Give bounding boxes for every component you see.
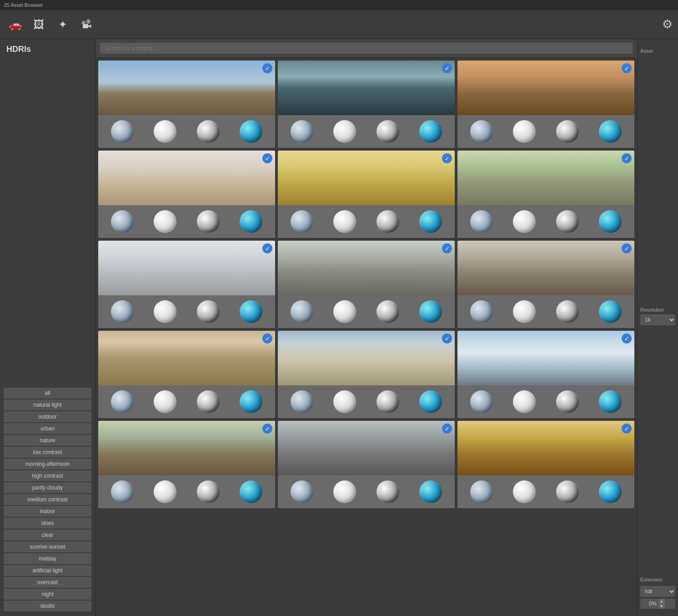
- hdri-card[interactable]: ✓: [278, 151, 455, 238]
- sidebar-item-artificial-light[interactable]: artificial light: [4, 565, 91, 576]
- sphere-white-sphere: [154, 300, 176, 323]
- search-bar: [95, 39, 637, 58]
- sphere-blue-sphere: [599, 210, 622, 233]
- card-checkmark[interactable]: ✓: [262, 63, 272, 73]
- sphere-glass-sphere: [291, 210, 313, 233]
- hdri-card[interactable]: ✓: [278, 241, 455, 328]
- sidebar-item-high-contrast[interactable]: high contrast: [4, 470, 91, 481]
- sphere-blue-sphere: [240, 210, 262, 233]
- card-checkmark[interactable]: ✓: [622, 153, 632, 163]
- percent-up[interactable]: ▲: [658, 599, 665, 604]
- card-spheres: [457, 115, 634, 148]
- extension-select[interactable]: hdr exr: [640, 586, 675, 597]
- sidebar-item-nature[interactable]: nature: [4, 435, 91, 446]
- hdri-card[interactable]: ✓: [98, 421, 275, 508]
- sidebar-item-sunrise-sunset[interactable]: sunrise-sunset: [4, 541, 91, 552]
- hdri-card[interactable]: ✓: [98, 331, 275, 418]
- card-checkmark[interactable]: ✓: [262, 153, 272, 163]
- card-checkmark[interactable]: ✓: [442, 243, 452, 253]
- sphere-blue-sphere: [419, 210, 442, 233]
- card-checkmark[interactable]: ✓: [442, 63, 452, 73]
- resolution-select[interactable]: 1k 2k 4k 8k: [640, 314, 675, 325]
- card-image: ✓: [278, 421, 455, 475]
- sidebar-item-skies[interactable]: skies: [4, 518, 91, 529]
- sidebar-title: HDRIs: [0, 39, 95, 58]
- sphere-white-sphere: [513, 300, 536, 323]
- sidebar-item-indoor[interactable]: indoor: [4, 506, 91, 517]
- card-checkmark[interactable]: ✓: [622, 333, 632, 343]
- card-spheres: [457, 475, 634, 508]
- sphere-white-sphere: [154, 480, 176, 503]
- sidebar-item-urban[interactable]: urban: [4, 423, 91, 434]
- film-icon[interactable]: 📽: [76, 15, 96, 35]
- sidebar-item-medium-contrast[interactable]: medium contrast: [4, 494, 91, 505]
- sidebar-item-morning-afternoon[interactable]: morning-afternoon: [4, 459, 91, 470]
- card-spheres: [457, 295, 634, 328]
- sphere-glass-sphere: [111, 390, 134, 413]
- percent-down[interactable]: ▼: [658, 604, 665, 609]
- gear-icon[interactable]: ⚙: [662, 17, 673, 31]
- hdri-card[interactable]: ✓: [98, 151, 275, 238]
- card-image: ✓: [98, 151, 275, 205]
- hdri-card[interactable]: ✓: [457, 241, 634, 328]
- hdri-card[interactable]: ✓: [457, 61, 634, 148]
- sidebar-item-night[interactable]: night: [4, 589, 91, 600]
- sphere-blue-sphere: [419, 300, 442, 323]
- search-input[interactable]: [100, 43, 633, 54]
- sidebar-item-overcast[interactable]: overcast: [4, 577, 91, 588]
- grid-scroll[interactable]: ✓✓✓✓✓✓✓✓✓✓✓✓✓✓✓: [95, 58, 637, 616]
- card-spheres: [98, 385, 275, 418]
- card-checkmark[interactable]: ✓: [622, 243, 632, 253]
- sidebar-item-clear[interactable]: clear: [4, 530, 91, 540]
- card-spheres: [98, 295, 275, 328]
- hdri-card[interactable]: ✓: [98, 61, 275, 148]
- sidebar-item-low-contrast[interactable]: low contrast: [4, 447, 91, 458]
- grid-row: ✓✓✓: [98, 241, 634, 328]
- sphere-chrome-sphere: [197, 480, 220, 503]
- percent-input[interactable]: [640, 599, 658, 608]
- card-checkmark[interactable]: ✓: [442, 424, 452, 434]
- sphere-glass-sphere: [291, 300, 313, 323]
- hdri-card[interactable]: ✓: [278, 61, 455, 148]
- card-checkmark[interactable]: ✓: [442, 333, 452, 343]
- card-checkmark[interactable]: ✓: [622, 424, 632, 434]
- card-image: ✓: [457, 241, 634, 295]
- card-image: ✓: [457, 61, 634, 115]
- hdri-card[interactable]: ✓: [457, 151, 634, 238]
- card-checkmark[interactable]: ✓: [622, 63, 632, 73]
- hdri-card[interactable]: ✓: [457, 421, 634, 508]
- content-area: ✓✓✓✓✓✓✓✓✓✓✓✓✓✓✓ Asset Resolution 1k 2k 4…: [95, 39, 678, 616]
- sphere-white-sphere: [333, 120, 356, 143]
- sidebar-item-partly-cloudy[interactable]: partly cloudy: [4, 482, 91, 493]
- sphere-chrome-sphere: [556, 300, 579, 323]
- light-icon[interactable]: ✦: [53, 15, 73, 35]
- hdri-card[interactable]: ✓: [278, 421, 455, 508]
- car-icon[interactable]: 🚗: [5, 15, 25, 35]
- card-spheres: [278, 475, 455, 508]
- sidebar-item-outdoor[interactable]: outdoor: [4, 411, 91, 422]
- toolbar-left: 🚗 🖼 ✦ 📽: [5, 15, 96, 35]
- card-image: ✓: [278, 331, 455, 385]
- hdri-card[interactable]: ✓: [278, 331, 455, 418]
- toolbar: 🚗 🖼 ✦ 📽 ⚙: [0, 10, 678, 39]
- hdri-card[interactable]: ✓: [457, 331, 634, 418]
- grid-row: ✓✓✓: [98, 151, 634, 238]
- card-checkmark[interactable]: ✓: [262, 424, 272, 434]
- sidebar-item-natural-light[interactable]: natural light: [4, 399, 91, 410]
- sphere-white-sphere: [513, 210, 536, 233]
- sidebar-item-all[interactable]: all: [4, 388, 91, 399]
- sidebar-item-studio[interactable]: studio: [4, 601, 91, 611]
- sphere-blue-sphere: [599, 390, 622, 413]
- sphere-chrome-sphere: [556, 480, 579, 503]
- card-checkmark[interactable]: ✓: [442, 153, 452, 163]
- hdri-card[interactable]: ✓: [98, 241, 275, 328]
- card-checkmark[interactable]: ✓: [262, 243, 272, 253]
- card-checkmark[interactable]: ✓: [262, 333, 272, 343]
- sphere-glass-sphere: [470, 120, 493, 143]
- card-image: ✓: [98, 61, 275, 115]
- sidebar-item-midday[interactable]: midday: [4, 553, 91, 564]
- image-icon[interactable]: 🖼: [29, 15, 49, 35]
- sphere-chrome-sphere: [377, 480, 399, 503]
- card-image: ✓: [278, 151, 455, 205]
- sphere-blue-sphere: [599, 300, 622, 323]
